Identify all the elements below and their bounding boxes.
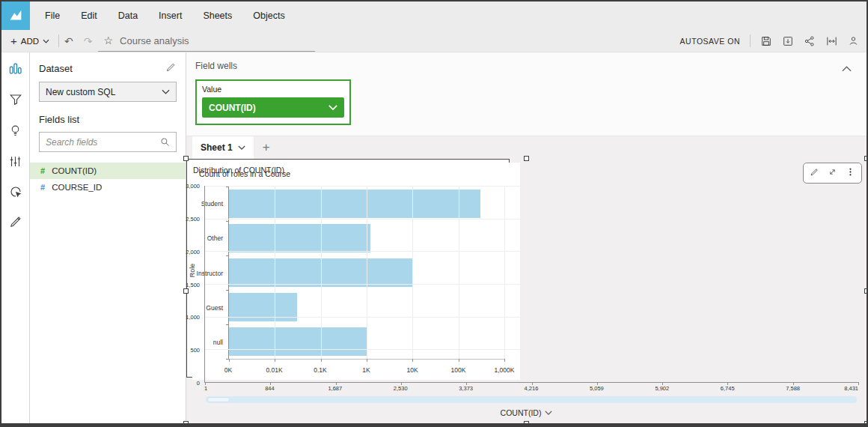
toolbar-divider: [750, 34, 751, 47]
kebab-menu-icon[interactable]: [846, 166, 855, 180]
add-sheet-button[interactable]: +: [254, 136, 279, 159]
export-icon[interactable]: [782, 35, 794, 47]
field-wells-section: Field wells Value COUNT(ID): [186, 52, 867, 136]
x-tick-label: 7,588: [786, 385, 800, 392]
x-tick-label: 1,687: [328, 385, 342, 392]
chart-title: Distribution of COUNT(ID): [193, 166, 284, 175]
sheet-tab-label: Sheet 1: [201, 142, 233, 153]
selection-handle[interactable]: [864, 156, 868, 161]
chevron-down-icon: [238, 145, 245, 150]
x-tick-label: 8,431: [844, 385, 858, 392]
scrollbar-handle[interactable]: [207, 397, 230, 402]
search-fields-input[interactable]: [46, 137, 156, 148]
x-tick-label: 6,745: [721, 385, 735, 392]
gridline: [205, 349, 858, 350]
axis-scrollbar[interactable]: [206, 396, 857, 403]
gridline: [205, 317, 858, 318]
add-button[interactable]: + ADD: [1, 30, 58, 52]
selection-handle[interactable]: [524, 421, 529, 426]
expand-visual-icon[interactable]: [828, 166, 837, 180]
gridline: [205, 186, 858, 187]
selection-handle[interactable]: [183, 288, 189, 294]
y-tick-label: 0: [197, 380, 200, 387]
actions-icon[interactable]: [9, 185, 22, 202]
gridline: [205, 251, 858, 252]
selection-handle[interactable]: [183, 156, 189, 161]
well-name: Value: [202, 85, 344, 94]
menu-bar: FileEditDataInsertSheetsObjects: [1, 1, 867, 30]
user-icon[interactable]: [848, 35, 859, 46]
add-label: ADD: [21, 37, 39, 46]
x-tick-label: 5,059: [590, 385, 604, 392]
y-tick-label: 2,500: [186, 215, 200, 222]
x-tick-label: 4,216: [525, 385, 539, 392]
fit-width-icon[interactable]: [825, 35, 838, 47]
y-tick-label: 3,000: [186, 183, 200, 190]
field-wells-label: Field wells: [195, 61, 237, 71]
histogram-visual[interactable]: Distribution of COUNT(ID) 3,0002,5002,00…: [186, 159, 510, 378]
insights-icon[interactable]: [9, 124, 22, 141]
numeric-field-icon: #: [40, 183, 45, 192]
selection-handle[interactable]: [183, 421, 189, 426]
y-tick-label: 1,000: [186, 314, 200, 321]
themes-icon[interactable]: [9, 216, 22, 231]
chevron-down-icon: [162, 89, 170, 94]
dataset-name: New custom SQL: [46, 87, 115, 97]
chevron-down-icon: [328, 105, 337, 110]
selection-handle[interactable]: [864, 288, 868, 294]
left-rail: [1, 52, 30, 423]
x-axis-label[interactable]: COUNT(ID): [186, 408, 867, 417]
x-tick-label: 5,902: [655, 385, 669, 392]
menu-item-sheets[interactable]: Sheets: [192, 1, 242, 30]
collapse-field-wells-icon[interactable]: [842, 61, 852, 75]
y-axis-tick-labels: 3,0002,5002,0001,5001,0005000: [186, 186, 202, 383]
dataset-panel: Dataset New custom SQL Fields list #COUN…: [30, 52, 186, 423]
sheet-canvas: Count of roles in a Course Role StudentO…: [186, 159, 867, 423]
x-tick-label: 2,530: [394, 385, 408, 392]
menu-item-objects[interactable]: Objects: [242, 1, 295, 30]
filter-icon[interactable]: [9, 93, 22, 109]
histogram-plot: [204, 186, 858, 383]
autosave-status[interactable]: AUTOSAVE ON: [680, 37, 740, 46]
tab-sheet-1[interactable]: Sheet 1: [192, 136, 254, 159]
analysis-title: Course analysis: [120, 35, 189, 46]
search-icon: [160, 137, 170, 147]
fields-list: #COUNT(ID)#COURSE_ID: [30, 163, 186, 196]
undo-button[interactable]: ↶: [59, 36, 79, 46]
dataset-label: Dataset: [39, 63, 73, 74]
y-tick-label: 500: [190, 347, 200, 354]
menu-item-data[interactable]: Data: [108, 1, 148, 30]
selection-handle[interactable]: [864, 421, 868, 426]
field-item[interactable]: #COUNT(ID): [30, 163, 186, 179]
menu-item-edit[interactable]: Edit: [70, 1, 108, 30]
menu-item-file[interactable]: File: [34, 1, 70, 30]
menu-item-insert[interactable]: Insert: [148, 1, 192, 30]
x-axis-label-text: COUNT(ID): [501, 408, 542, 417]
redo-button[interactable]: ↷: [79, 36, 98, 46]
chevron-down-icon: [545, 411, 552, 415]
quicksight-logo-icon[interactable]: [1, 1, 30, 30]
numeric-field-icon: #: [40, 166, 45, 175]
save-icon[interactable]: [760, 35, 772, 47]
gridline: [205, 284, 858, 285]
plus-icon: +: [10, 35, 17, 46]
share-icon[interactable]: [804, 35, 816, 47]
parameters-icon[interactable]: [9, 155, 22, 171]
dataset-select[interactable]: New custom SQL: [39, 82, 177, 102]
x-tick-label: 3,373: [459, 385, 473, 392]
fields-list-label: Fields list: [39, 114, 177, 125]
well-value: COUNT(ID): [209, 103, 256, 113]
axis-tick: [858, 382, 859, 385]
selection-handle[interactable]: [524, 156, 529, 161]
y-tick-label: 2,000: [186, 248, 200, 255]
visualize-icon[interactable]: [8, 61, 22, 79]
edit-visual-icon[interactable]: [810, 166, 819, 180]
field-item[interactable]: #COURSE_ID: [30, 179, 186, 196]
star-icon[interactable]: ☆: [104, 34, 114, 46]
edit-dataset-icon[interactable]: [165, 61, 177, 75]
visual-menu: [803, 163, 862, 184]
value-well-pill[interactable]: COUNT(ID): [202, 97, 344, 118]
x-tick-label: 844: [265, 385, 275, 392]
value-well: Value COUNT(ID): [195, 79, 351, 125]
analysis-title-field[interactable]: ☆ Course analysis: [98, 30, 315, 52]
